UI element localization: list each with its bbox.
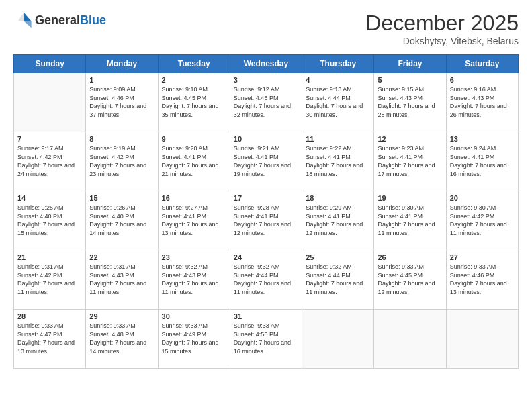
- day-number: 5: [378, 76, 442, 84]
- weekday-sunday: Sunday: [14, 55, 86, 73]
- day-cell: 28Sunrise: 9:33 AMSunset: 4:47 PMDayligh…: [14, 310, 86, 369]
- day-info: Sunrise: 9:32 AMSunset: 4:44 PMDaylight:…: [234, 263, 298, 296]
- day-cell: 12Sunrise: 9:23 AMSunset: 4:41 PMDayligh…: [374, 132, 446, 191]
- day-info: Sunrise: 9:24 AMSunset: 4:41 PMDaylight:…: [450, 144, 515, 178]
- day-number: 24: [234, 253, 298, 261]
- day-cell: 1Sunrise: 9:09 AMSunset: 4:46 PMDaylight…: [86, 73, 158, 132]
- day-cell: 29Sunrise: 9:33 AMSunset: 4:48 PMDayligh…: [86, 310, 158, 369]
- day-number: 1: [89, 76, 154, 84]
- weekday-tuesday: Tuesday: [158, 55, 230, 73]
- day-info: Sunrise: 9:12 AMSunset: 4:45 PMDaylight:…: [234, 85, 298, 119]
- day-info: Sunrise: 9:15 AMSunset: 4:43 PMDaylight:…: [378, 85, 442, 119]
- day-number: 10: [234, 135, 298, 143]
- svg-marker-1: [24, 21, 31, 28]
- day-number: 30: [162, 312, 226, 320]
- day-cell: 24Sunrise: 9:32 AMSunset: 4:44 PMDayligh…: [230, 250, 302, 310]
- day-cell: 7Sunrise: 9:17 AMSunset: 4:42 PMDaylight…: [14, 132, 86, 191]
- weekday-wednesday: Wednesday: [230, 55, 302, 73]
- day-info: Sunrise: 9:29 AMSunset: 4:41 PMDaylight:…: [306, 203, 370, 237]
- day-info: Sunrise: 9:22 AMSunset: 4:41 PMDaylight:…: [306, 144, 370, 178]
- logo-general: General: [35, 13, 80, 27]
- day-number: 17: [234, 194, 298, 202]
- day-cell: 31Sunrise: 9:33 AMSunset: 4:50 PMDayligh…: [230, 310, 302, 369]
- day-number: 23: [162, 253, 226, 261]
- day-cell: 27Sunrise: 9:33 AMSunset: 4:46 PMDayligh…: [446, 250, 518, 310]
- day-cell: 22Sunrise: 9:31 AMSunset: 4:43 PMDayligh…: [86, 250, 158, 310]
- day-info: Sunrise: 9:33 AMSunset: 4:45 PMDaylight:…: [378, 263, 442, 296]
- calendar-row: 14Sunrise: 9:25 AMSunset: 4:40 PMDayligh…: [14, 191, 519, 250]
- empty-day: [446, 310, 518, 369]
- day-cell: 16Sunrise: 9:27 AMSunset: 4:41 PMDayligh…: [158, 191, 230, 250]
- month-title: December 2025: [365, 11, 519, 36]
- day-info: Sunrise: 9:30 AMSunset: 4:42 PMDaylight:…: [450, 203, 515, 237]
- day-cell: 5Sunrise: 9:15 AMSunset: 4:43 PMDaylight…: [374, 73, 446, 132]
- calendar-row: 28Sunrise: 9:33 AMSunset: 4:47 PMDayligh…: [14, 310, 519, 369]
- location: Dokshytsy, Vitebsk, Belarus: [365, 36, 519, 46]
- day-cell: 14Sunrise: 9:25 AMSunset: 4:40 PMDayligh…: [14, 191, 86, 250]
- day-number: 20: [450, 194, 515, 202]
- svg-marker-2: [18, 13, 24, 21]
- day-number: 22: [89, 253, 154, 261]
- day-info: Sunrise: 9:33 AMSunset: 4:46 PMDaylight:…: [450, 263, 515, 296]
- day-number: 26: [378, 253, 442, 261]
- day-info: Sunrise: 9:20 AMSunset: 4:41 PMDaylight:…: [162, 144, 226, 178]
- weekday-thursday: Thursday: [302, 55, 374, 73]
- title-block: December 2025 Dokshytsy, Vitebsk, Belaru…: [365, 11, 519, 46]
- day-number: 25: [306, 253, 370, 261]
- calendar-row: 7Sunrise: 9:17 AMSunset: 4:42 PMDaylight…: [14, 132, 519, 191]
- day-number: 19: [378, 194, 442, 202]
- day-cell: 20Sunrise: 9:30 AMSunset: 4:42 PMDayligh…: [446, 191, 518, 250]
- weekday-monday: Monday: [86, 55, 158, 73]
- day-cell: 6Sunrise: 9:16 AMSunset: 4:43 PMDaylight…: [446, 73, 518, 132]
- day-cell: 3Sunrise: 9:12 AMSunset: 4:45 PMDaylight…: [230, 73, 302, 132]
- day-number: 9: [162, 135, 226, 143]
- day-number: 2: [162, 76, 226, 84]
- day-number: 14: [17, 194, 82, 202]
- day-cell: 2Sunrise: 9:10 AMSunset: 4:45 PMDaylight…: [158, 73, 230, 132]
- calendar: SundayMondayTuesdayWednesdayThursdayFrid…: [13, 54, 519, 369]
- day-number: 7: [17, 135, 82, 143]
- day-number: 11: [306, 135, 370, 143]
- day-cell: 21Sunrise: 9:31 AMSunset: 4:42 PMDayligh…: [14, 250, 86, 310]
- day-number: 6: [450, 76, 515, 84]
- header: GeneralBlue December 2025 Dokshytsy, Vit…: [13, 11, 519, 46]
- day-cell: 23Sunrise: 9:32 AMSunset: 4:43 PMDayligh…: [158, 250, 230, 310]
- calendar-row: 21Sunrise: 9:31 AMSunset: 4:42 PMDayligh…: [14, 250, 519, 310]
- day-cell: 26Sunrise: 9:33 AMSunset: 4:45 PMDayligh…: [374, 250, 446, 310]
- logo-icon: [13, 11, 32, 30]
- day-cell: 13Sunrise: 9:24 AMSunset: 4:41 PMDayligh…: [446, 132, 518, 191]
- day-info: Sunrise: 9:09 AMSunset: 4:46 PMDaylight:…: [89, 85, 154, 119]
- day-info: Sunrise: 9:25 AMSunset: 4:40 PMDaylight:…: [17, 203, 82, 237]
- day-info: Sunrise: 9:33 AMSunset: 4:50 PMDaylight:…: [234, 322, 298, 355]
- day-cell: 25Sunrise: 9:32 AMSunset: 4:44 PMDayligh…: [302, 250, 374, 310]
- day-number: 18: [306, 194, 370, 202]
- day-number: 21: [17, 253, 82, 261]
- day-number: 4: [306, 76, 370, 84]
- empty-day: [374, 310, 446, 369]
- day-info: Sunrise: 9:32 AMSunset: 4:44 PMDaylight:…: [306, 263, 370, 296]
- day-number: 15: [89, 194, 154, 202]
- day-cell: 18Sunrise: 9:29 AMSunset: 4:41 PMDayligh…: [302, 191, 374, 250]
- weekday-saturday: Saturday: [446, 55, 518, 73]
- calendar-row: 1Sunrise: 9:09 AMSunset: 4:46 PMDaylight…: [14, 73, 519, 132]
- day-info: Sunrise: 9:21 AMSunset: 4:41 PMDaylight:…: [234, 144, 298, 178]
- day-cell: 8Sunrise: 9:19 AMSunset: 4:42 PMDaylight…: [86, 132, 158, 191]
- weekday-header-row: SundayMondayTuesdayWednesdayThursdayFrid…: [14, 55, 519, 73]
- logo-blue: Blue: [80, 13, 106, 27]
- day-info: Sunrise: 9:32 AMSunset: 4:43 PMDaylight:…: [162, 263, 226, 296]
- day-cell: 19Sunrise: 9:30 AMSunset: 4:41 PMDayligh…: [374, 191, 446, 250]
- day-cell: 10Sunrise: 9:21 AMSunset: 4:41 PMDayligh…: [230, 132, 302, 191]
- empty-day: [302, 310, 374, 369]
- day-number: 29: [89, 312, 154, 320]
- day-info: Sunrise: 9:33 AMSunset: 4:49 PMDaylight:…: [162, 322, 226, 355]
- day-info: Sunrise: 9:31 AMSunset: 4:43 PMDaylight:…: [89, 263, 154, 296]
- day-info: Sunrise: 9:27 AMSunset: 4:41 PMDaylight:…: [162, 203, 226, 237]
- logo: GeneralBlue: [13, 11, 106, 30]
- day-cell: 17Sunrise: 9:28 AMSunset: 4:41 PMDayligh…: [230, 191, 302, 250]
- day-cell: 15Sunrise: 9:26 AMSunset: 4:40 PMDayligh…: [86, 191, 158, 250]
- day-info: Sunrise: 9:23 AMSunset: 4:41 PMDaylight:…: [378, 144, 442, 178]
- day-info: Sunrise: 9:26 AMSunset: 4:40 PMDaylight:…: [89, 203, 154, 237]
- page: GeneralBlue December 2025 Dokshytsy, Vit…: [0, 0, 532, 411]
- day-number: 16: [162, 194, 226, 202]
- day-number: 28: [17, 312, 82, 320]
